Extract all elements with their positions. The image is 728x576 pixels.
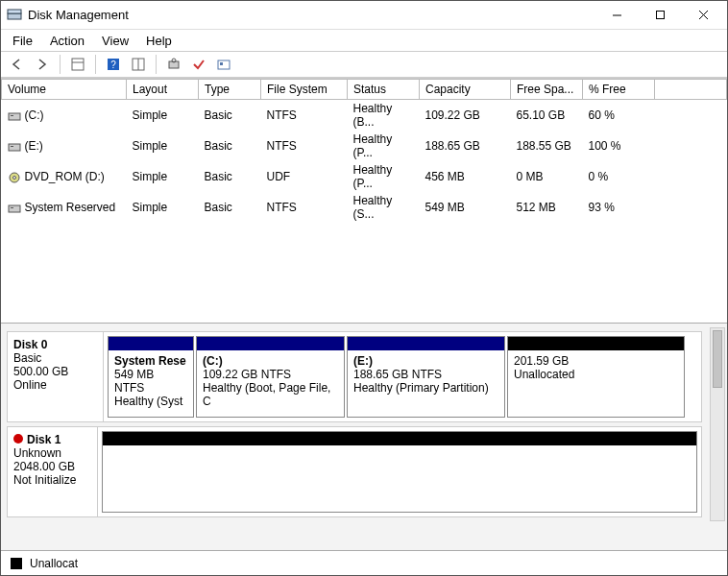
menu-action[interactable]: Action <box>42 32 92 50</box>
table-row[interactable]: (C:)SimpleBasicNTFSHealthy (B...109.22 G… <box>2 100 727 132</box>
col-spacer <box>655 80 727 100</box>
settings-button[interactable] <box>213 54 234 75</box>
menubar: File Action View Help <box>1 30 727 51</box>
cell-pct: 93 % <box>583 192 655 223</box>
cell-capacity: 549 MB <box>420 192 511 223</box>
partition-status: Healthy (Boot, Page File, C <box>203 381 330 408</box>
partition-bar <box>103 432 696 445</box>
legend-label-unallocated: Unallocat <box>30 557 78 570</box>
col-status[interactable]: Status <box>348 80 420 100</box>
refresh-button[interactable] <box>163 54 184 75</box>
cell-type: Basic <box>199 192 261 223</box>
layout-button[interactable] <box>128 54 149 75</box>
menu-file[interactable]: File <box>5 32 40 50</box>
partition-bar <box>197 337 344 350</box>
table-row[interactable]: System ReservedSimpleBasicNTFSHealthy (S… <box>2 192 727 223</box>
disk-map-pane: Disk 0Basic500.00 GBOnlineSystem Rese549… <box>1 324 727 550</box>
svg-rect-1 <box>8 10 21 13</box>
volume-name: (E:) <box>25 139 43 153</box>
col-pctfree[interactable]: % Free <box>583 80 655 100</box>
disk-size: 500.00 GB <box>13 365 68 378</box>
cell-status: Healthy (P... <box>348 131 420 161</box>
table-header-row: Volume Layout Type File System Status Ca… <box>2 80 727 100</box>
menu-view[interactable]: View <box>94 32 136 50</box>
partition[interactable]: 201.59 GBUnallocated <box>507 336 685 418</box>
partition-label: (C:) <box>203 354 223 368</box>
disk-type: Basic <box>13 351 41 365</box>
disk-title: Disk 0 <box>13 338 47 351</box>
cell-capacity: 456 MB <box>420 161 511 192</box>
svg-rect-22 <box>9 205 20 212</box>
partition-row <box>98 427 701 516</box>
minimize-button[interactable] <box>595 2 639 29</box>
maximize-button[interactable] <box>639 2 682 29</box>
svg-point-21 <box>12 176 15 179</box>
cell-fs: NTFS <box>261 192 348 223</box>
svg-rect-6 <box>72 59 84 70</box>
disk-row: Disk 0Basic500.00 GBOnlineSystem Rese549… <box>7 331 702 422</box>
cell-status: Healthy (P... <box>348 161 420 192</box>
partition-bar <box>348 337 504 350</box>
disk-type: Unknown <box>13 446 61 460</box>
volume-table: Volume Layout Type File System Status Ca… <box>1 79 727 223</box>
col-freespace[interactable]: Free Spa... <box>511 80 583 100</box>
volume-list-pane: Volume Layout Type File System Status Ca… <box>1 79 727 324</box>
cell-layout: Simple <box>127 192 199 223</box>
col-type[interactable]: Type <box>199 80 261 100</box>
disk-info[interactable]: Disk 1Unknown2048.00 GBNot Initialize <box>8 427 98 516</box>
cell-free: 188.55 GB <box>511 131 583 161</box>
cell-pct: 0 % <box>583 161 655 192</box>
col-layout[interactable]: Layout <box>127 80 199 100</box>
vertical-scrollbar[interactable] <box>710 327 725 521</box>
partition-size: 201.59 GB <box>514 354 569 368</box>
disk-state: Online <box>13 378 47 392</box>
partition-status: Unallocated <box>514 368 574 381</box>
volume-name: DVD_ROM (D:) <box>25 170 105 183</box>
cell-type: Basic <box>199 131 261 161</box>
disk-size: 2048.00 GB <box>13 460 75 473</box>
col-filesystem[interactable]: File System <box>261 80 348 100</box>
disk-title: Disk 1 <box>27 433 61 446</box>
menu-help[interactable]: Help <box>138 32 180 50</box>
table-row[interactable]: (E:)SimpleBasicNTFSHealthy (P...188.65 G… <box>2 131 727 161</box>
partition[interactable]: (E:)188.65 GB NTFSHealthy (Primary Parti… <box>347 336 505 418</box>
legend-swatch-unallocated <box>11 558 22 569</box>
cell-pct: 60 % <box>583 100 655 132</box>
svg-rect-17 <box>11 115 13 116</box>
cell-capacity: 188.65 GB <box>420 131 511 161</box>
cell-fs: NTFS <box>261 100 348 132</box>
cell-status: Healthy (S... <box>348 192 420 223</box>
app-icon <box>7 8 22 23</box>
svg-rect-19 <box>11 146 13 147</box>
cell-type: Basic <box>199 100 261 132</box>
col-volume[interactable]: Volume <box>2 80 127 100</box>
titlebar: Disk Management <box>1 1 727 30</box>
apply-button[interactable] <box>188 54 209 75</box>
partition[interactable]: System Rese549 MB NTFSHealthy (Syst <box>108 336 194 418</box>
svg-text:?: ? <box>110 60 116 70</box>
scrollbar-thumb[interactable] <box>713 330 722 388</box>
partition[interactable]: (C:)109.22 GB NTFSHealthy (Boot, Page Fi… <box>196 336 345 418</box>
cell-fs: NTFS <box>261 131 348 161</box>
disk-row: Disk 1Unknown2048.00 GBNot Initialize <box>7 426 702 517</box>
partition-row: System Rese549 MB NTFSHealthy (Syst(C:)1… <box>104 332 701 421</box>
show-hide-tree-button[interactable] <box>67 54 88 75</box>
cell-layout: Simple <box>127 100 199 132</box>
help-button[interactable]: ? <box>103 54 124 75</box>
col-capacity[interactable]: Capacity <box>420 80 511 100</box>
table-row[interactable]: DVD_ROM (D:)SimpleBasicUDFHealthy (P...4… <box>2 161 727 192</box>
volume-name: System Reserved <box>25 201 116 214</box>
disk-info[interactable]: Disk 0Basic500.00 GBOnline <box>8 332 104 421</box>
partition-bar <box>508 337 684 350</box>
partition[interactable] <box>102 431 697 513</box>
toolbar: ? <box>1 51 727 78</box>
cell-type: Basic <box>199 161 261 192</box>
cell-pct: 100 % <box>583 131 655 161</box>
svg-rect-16 <box>9 113 20 120</box>
disk-state: Not Initialize <box>13 473 76 487</box>
close-button[interactable] <box>682 2 725 29</box>
cell-fs: UDF <box>261 161 348 192</box>
forward-button[interactable] <box>32 54 53 75</box>
cell-capacity: 109.22 GB <box>420 100 511 132</box>
back-button[interactable] <box>7 54 28 75</box>
